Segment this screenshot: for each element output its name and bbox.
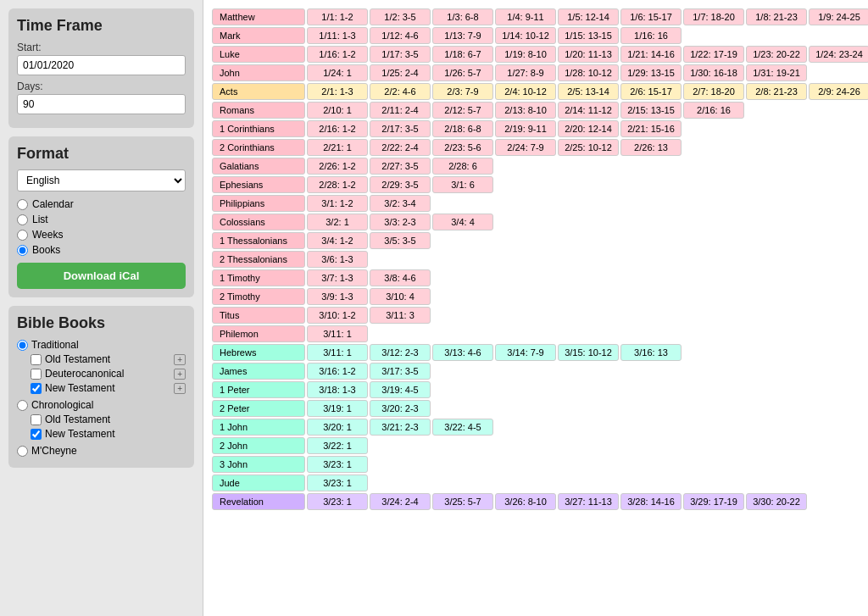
date-cell[interactable]: 1/8: 21-23 — [746, 8, 807, 25]
date-cell[interactable]: 3/11: 3 — [370, 307, 431, 324]
date-cell[interactable]: 2/19: 9-11 — [495, 120, 556, 137]
nt-expand-button[interactable]: + — [174, 383, 186, 394]
date-cell[interactable]: 1/12: 4-6 — [370, 27, 431, 44]
date-cell[interactable]: 2/9: 24-26 — [809, 83, 868, 100]
date-cell[interactable]: 3/19: 4-5 — [370, 381, 431, 398]
book-cell[interactable]: 1 Corinthians — [212, 120, 305, 137]
date-cell[interactable]: 1/16: 1-2 — [307, 46, 368, 63]
date-cell[interactable]: 2/14: 11-12 — [558, 102, 619, 119]
date-cell[interactable]: 3/25: 5-7 — [432, 493, 493, 510]
date-cell[interactable]: 2/22: 2-4 — [370, 139, 431, 156]
date-cell[interactable]: 1/17: 3-5 — [370, 46, 431, 63]
deutero-checkbox[interactable]: Deuterocanonical + — [31, 368, 186, 380]
mcheyne-radio[interactable]: M'Cheyne — [17, 445, 186, 457]
date-cell[interactable]: 3/23: 1 — [307, 493, 368, 510]
date-cell[interactable]: 3/11: 1 — [307, 344, 368, 361]
book-cell[interactable]: Luke — [212, 46, 305, 63]
date-cell[interactable]: 2/17: 3-5 — [370, 120, 431, 137]
book-cell[interactable]: Acts — [212, 83, 305, 100]
date-cell[interactable]: 3/17: 3-5 — [370, 363, 431, 380]
date-cell[interactable]: 1/6: 15-17 — [620, 8, 682, 25]
date-cell[interactable]: 2/6: 15-17 — [620, 83, 682, 100]
date-cell[interactable]: 1/11: 1-3 — [307, 27, 368, 44]
book-cell[interactable]: John — [212, 64, 305, 81]
chronological-radio[interactable]: Chronological — [17, 399, 186, 411]
date-cell[interactable]: 3/24: 2-4 — [370, 493, 431, 510]
date-cell[interactable]: 3/15: 10-12 — [558, 344, 619, 361]
date-cell[interactable]: 1/24: 1 — [307, 64, 368, 81]
date-cell[interactable]: 2/20: 12-14 — [558, 120, 619, 137]
date-cell[interactable]: 2/11: 2-4 — [370, 102, 431, 119]
date-cell[interactable]: 1/28: 10-12 — [558, 64, 619, 81]
deutero-expand-button[interactable]: + — [174, 369, 186, 380]
date-cell[interactable]: 1/2: 3-5 — [370, 8, 431, 25]
date-cell[interactable]: 3/10: 1-2 — [307, 307, 368, 324]
book-cell[interactable]: 1 Peter — [212, 381, 305, 398]
date-cell[interactable]: 3/4: 1-2 — [307, 232, 368, 249]
books-option[interactable]: Books — [17, 244, 186, 256]
date-cell[interactable]: 1/9: 24-25 — [809, 8, 868, 25]
language-select[interactable]: English Spanish French German — [17, 169, 186, 191]
date-cell[interactable]: 2/16: 16 — [683, 102, 744, 119]
date-cell[interactable]: 1/21: 14-16 — [620, 46, 682, 63]
book-cell[interactable]: 2 Peter — [212, 400, 305, 417]
list-option[interactable]: List — [17, 214, 186, 225]
date-cell[interactable]: 1/30: 16-18 — [683, 64, 744, 81]
date-cell[interactable]: 2/21: 1 — [307, 139, 368, 156]
date-cell[interactable]: 3/4: 4 — [432, 214, 493, 230]
book-cell[interactable]: Matthew — [212, 8, 305, 25]
book-cell[interactable]: Titus — [212, 307, 305, 324]
date-cell[interactable]: 3/14: 7-9 — [495, 344, 556, 361]
calendar-option[interactable]: Calendar — [17, 198, 186, 210]
date-cell[interactable]: 3/9: 1-3 — [307, 288, 368, 305]
book-cell[interactable]: 2 John — [212, 437, 305, 454]
date-cell[interactable]: 3/23: 1 — [307, 456, 368, 473]
date-cell[interactable]: 1/20: 11-13 — [558, 46, 619, 63]
book-cell[interactable]: Ephesians — [212, 176, 305, 193]
book-cell[interactable]: 1 John — [212, 419, 305, 436]
nt-checkbox[interactable]: New Testament + — [31, 382, 186, 394]
date-cell[interactable]: 1/26: 5-7 — [432, 64, 493, 81]
date-cell[interactable]: 1/15: 13-15 — [558, 27, 619, 44]
date-cell[interactable]: 3/27: 11-13 — [558, 493, 619, 510]
date-cell[interactable]: 3/13: 4-6 — [432, 344, 493, 361]
ot-expand-button[interactable]: + — [174, 354, 186, 365]
book-cell[interactable]: Galatians — [212, 158, 305, 175]
date-cell[interactable]: 2/2: 4-6 — [370, 83, 431, 100]
date-cell[interactable]: 1/13: 7-9 — [432, 27, 493, 44]
date-cell[interactable]: 1/7: 18-20 — [683, 8, 744, 25]
book-cell[interactable]: 1 Timothy — [212, 269, 305, 286]
date-cell[interactable]: 3/30: 20-22 — [746, 493, 807, 510]
date-cell[interactable]: 1/4: 9-11 — [495, 8, 556, 25]
date-cell[interactable]: 1/24: 23-24 — [809, 46, 868, 63]
date-cell[interactable]: 3/10: 4 — [370, 288, 431, 305]
traditional-radio[interactable]: Traditional — [17, 339, 186, 351]
date-cell[interactable]: 2/4: 10-12 — [495, 83, 556, 100]
date-cell[interactable]: 2/28: 6 — [432, 158, 493, 175]
date-cell[interactable]: 1/27: 8-9 — [495, 64, 556, 81]
date-cell[interactable]: 1/3: 6-8 — [432, 8, 493, 25]
date-cell[interactable]: 3/12: 2-3 — [370, 344, 431, 361]
date-cell[interactable]: 2/23: 5-6 — [432, 139, 493, 156]
date-cell[interactable]: 3/20: 2-3 — [370, 400, 431, 417]
book-cell[interactable]: Jude — [212, 474, 305, 491]
chron-nt-checkbox[interactable]: New Testament — [31, 428, 186, 440]
date-cell[interactable]: 1/16: 16 — [620, 27, 682, 44]
book-cell[interactable]: 3 John — [212, 456, 305, 473]
date-cell[interactable]: 3/29: 17-19 — [683, 493, 744, 510]
date-cell[interactable]: 2/27: 3-5 — [370, 158, 431, 175]
date-cell[interactable]: 3/7: 1-3 — [307, 269, 368, 286]
date-cell[interactable]: 3/20: 1 — [307, 419, 368, 436]
date-cell[interactable]: 3/18: 1-3 — [307, 381, 368, 398]
date-cell[interactable]: 2/3: 7-9 — [432, 83, 493, 100]
date-cell[interactable]: 3/1: 6 — [432, 176, 493, 193]
date-cell[interactable]: 2/1: 1-3 — [307, 83, 368, 100]
date-cell[interactable]: 3/21: 2-3 — [370, 419, 431, 436]
date-cell[interactable]: 1/22: 17-19 — [683, 46, 744, 63]
date-cell[interactable]: 1/29: 13-15 — [620, 64, 682, 81]
date-cell[interactable]: 3/22: 1 — [307, 437, 368, 454]
date-cell[interactable]: 3/22: 4-5 — [432, 419, 493, 436]
date-cell[interactable]: 3/23: 1 — [307, 474, 368, 491]
date-cell[interactable]: 1/5: 12-14 — [558, 8, 619, 25]
weeks-option[interactable]: Weeks — [17, 229, 186, 241]
